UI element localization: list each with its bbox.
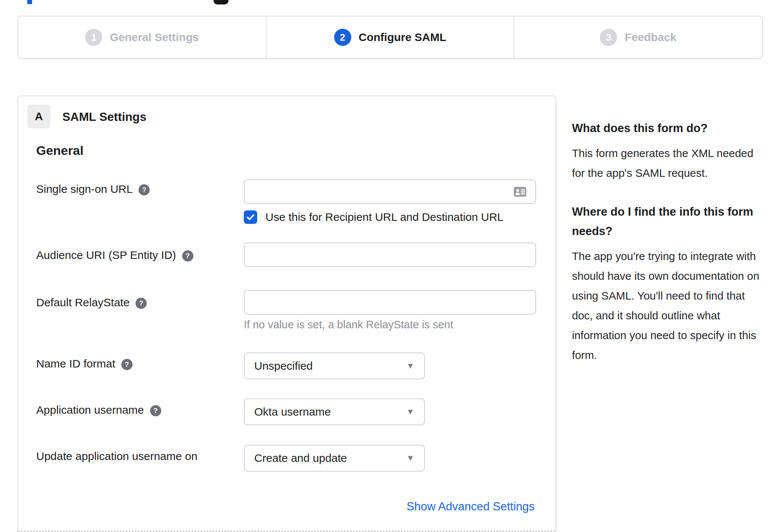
section-dotted-divider bbox=[18, 531, 556, 532]
step-label: General Settings bbox=[110, 31, 199, 44]
default-relaystate-label: Default RelayState? bbox=[36, 296, 147, 309]
help-icon[interactable]: ? bbox=[121, 359, 133, 370]
help-block-find-info: Where do I find the info this form needs… bbox=[572, 202, 764, 365]
relaystate-hint: If no value is set, a blank RelayState i… bbox=[244, 319, 453, 331]
field-label-text: Update application username on bbox=[36, 450, 197, 462]
audience-uri-label: Audience URI (SP Entity ID)? bbox=[36, 249, 193, 262]
update-application-username-label: Update application username on bbox=[36, 450, 197, 463]
field-label-text: Application username bbox=[36, 404, 144, 416]
step-number-badge: 1 bbox=[85, 29, 102, 46]
step-configure-saml[interactable]: 2 Configure SAML bbox=[266, 16, 514, 58]
default-relaystate-input[interactable] bbox=[244, 290, 536, 314]
field-label-text: Name ID format bbox=[36, 357, 115, 370]
field-label-text: Audience URI (SP Entity ID) bbox=[36, 249, 176, 261]
chevron-down-icon: ▼ bbox=[406, 361, 414, 371]
application-username-label: Application username? bbox=[36, 404, 161, 416]
recipient-url-checkbox-row: Use this for Recipient URL and Destinati… bbox=[244, 210, 504, 224]
step-feedback[interactable]: 3 Feedback bbox=[514, 16, 762, 58]
field-label-text: Single sign-on URL bbox=[36, 183, 133, 195]
check-icon bbox=[246, 213, 255, 222]
name-id-format-select[interactable]: Unspecified ▼ bbox=[244, 353, 425, 379]
field-label-text: Default RelayState bbox=[36, 296, 130, 309]
name-id-format-label: Name ID format? bbox=[36, 357, 133, 370]
single-sign-on-url-label: Single sign-on URL? bbox=[36, 183, 150, 195]
section-title: SAML Settings bbox=[62, 110, 146, 124]
help-sidebar: What does this form do? This form genera… bbox=[572, 119, 764, 384]
chevron-down-icon: ▼ bbox=[406, 453, 414, 463]
step-number-badge: 2 bbox=[334, 29, 351, 46]
step-label: Configure SAML bbox=[359, 31, 446, 44]
chevron-down-icon: ▼ bbox=[406, 407, 414, 417]
help-icon[interactable]: ? bbox=[182, 250, 193, 262]
step-general-settings[interactable]: 1 General Settings bbox=[18, 16, 266, 58]
help-icon[interactable]: ? bbox=[139, 184, 150, 195]
select-value: Okta username bbox=[254, 406, 331, 418]
help-body: The app you're trying to integrate with … bbox=[572, 246, 764, 365]
show-advanced-settings-link[interactable]: Show Advanced Settings bbox=[407, 500, 535, 513]
section-a-badge: A bbox=[27, 104, 50, 128]
select-value: Create and update bbox=[254, 452, 347, 464]
step-label: Feedback bbox=[625, 31, 676, 44]
recipient-url-checkbox[interactable] bbox=[244, 210, 257, 224]
general-subsection-title: General bbox=[36, 143, 84, 158]
update-application-username-select[interactable]: Create and update ▼ bbox=[244, 445, 425, 472]
select-value: Unspecified bbox=[254, 360, 313, 372]
audience-uri-input[interactable] bbox=[244, 242, 536, 267]
help-heading: Where do I find the info this form needs… bbox=[572, 202, 764, 241]
step-number-badge: 3 bbox=[600, 29, 617, 46]
cutoff-header-fragment-blue bbox=[27, 0, 32, 4]
help-block-form-purpose: What does this form do? This form genera… bbox=[572, 119, 764, 183]
help-body: This form generates the XML needed for t… bbox=[572, 143, 764, 183]
recipient-url-checkbox-label[interactable]: Use this for Recipient URL and Destinati… bbox=[265, 211, 504, 223]
application-username-select[interactable]: Okta username ▼ bbox=[244, 398, 425, 425]
help-heading: What does this form do? bbox=[572, 119, 764, 138]
single-sign-on-url-input[interactable] bbox=[244, 179, 536, 204]
saml-settings-panel: A SAML Settings General Single sign-on U… bbox=[18, 96, 556, 532]
help-icon[interactable]: ? bbox=[136, 298, 147, 309]
help-icon[interactable]: ? bbox=[150, 405, 161, 416]
cutoff-header-fragment-dark bbox=[214, 0, 228, 4]
wizard-stepper: 1 General Settings 2 Configure SAML 3 Fe… bbox=[18, 16, 763, 59]
